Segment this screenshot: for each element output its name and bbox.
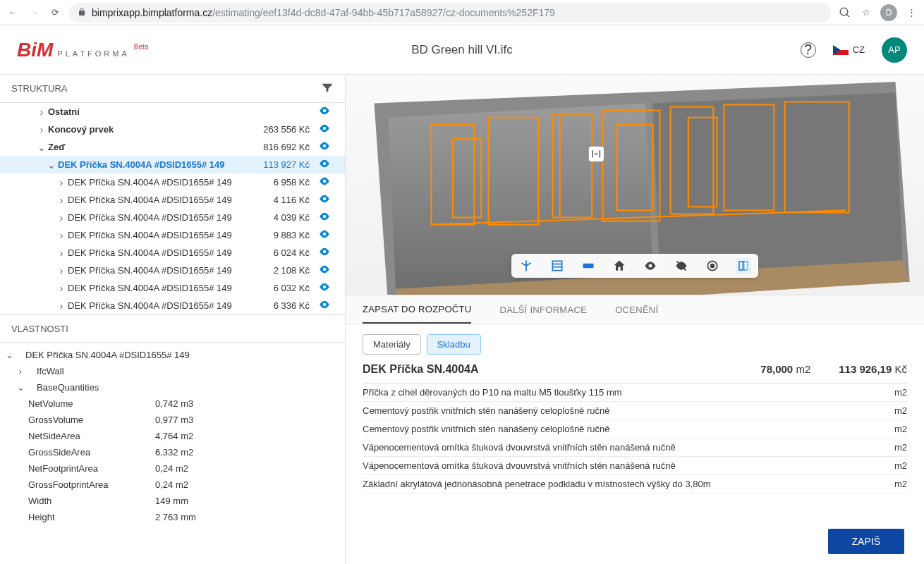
visibility-icon[interactable] xyxy=(317,281,332,295)
flag-icon xyxy=(833,45,849,55)
star-icon[interactable]: ☆ xyxy=(859,6,873,20)
tree-price: 6 032 Kč xyxy=(246,283,310,293)
tab-budget[interactable]: ZAPSAT DO ROZPOČTU xyxy=(363,295,471,324)
visibility-icon[interactable] xyxy=(317,228,332,243)
tree-label: Zeď xyxy=(48,142,246,152)
tree-row[interactable]: ›DEK Příčka SN.4004A #DSID1655# 1499 883… xyxy=(0,226,345,244)
visibility-icon[interactable] xyxy=(317,140,332,154)
tab-pricing[interactable]: OCENĚNÍ xyxy=(615,295,658,324)
property-row: GrossVolume0,977 m3 xyxy=(0,412,345,428)
browser-avatar[interactable]: D xyxy=(880,4,897,21)
language-select[interactable]: CZ xyxy=(833,44,865,55)
tree-row[interactable]: ›DEK Příčka SN.4004A #DSID1655# 1494 116… xyxy=(0,191,345,209)
lock-icon xyxy=(78,7,86,18)
reload-icon[interactable]: ⟳ xyxy=(48,6,62,20)
prop-label: GrossVolume xyxy=(28,415,155,425)
tree-row[interactable]: ›DEK Příčka SN.4004A #DSID1655# 1496 024… xyxy=(0,244,345,262)
chevron-icon: › xyxy=(55,247,68,259)
item-row[interactable]: Cementový postřik vnitřních stěn nanášen… xyxy=(363,402,907,420)
eye-icon[interactable] xyxy=(643,258,658,274)
prop-group-baseq[interactable]: ⌄ BaseQuantities xyxy=(0,379,345,396)
visibility-icon[interactable] xyxy=(317,104,332,119)
tree-price: 263 556 Kč xyxy=(246,124,310,135)
prop-group-main[interactable]: ⌄ DEK Příčka SN.4004A #DSID1655# 149 xyxy=(0,347,345,363)
visibility-icon[interactable] xyxy=(317,175,332,190)
visibility-icon[interactable] xyxy=(317,157,332,172)
section-icon[interactable] xyxy=(736,258,751,274)
item-row[interactable]: Cementový postřik vnitřních stěn nanášen… xyxy=(363,420,907,439)
tree-label: DEK Příčka SN.4004A #DSID1655# 149 xyxy=(68,300,246,311)
user-avatar[interactable]: AP xyxy=(882,37,907,63)
tab-info[interactable]: DALŠÍ INFORMACE xyxy=(499,295,587,324)
home-icon[interactable] xyxy=(612,258,627,274)
item-row[interactable]: Vápenocementová omítka štuková dvouvrstv… xyxy=(363,457,907,475)
eye-off-icon[interactable] xyxy=(674,258,689,274)
axis-icon[interactable] xyxy=(518,258,534,274)
prop-value: 4,764 m2 xyxy=(155,431,193,441)
chevron-icon: › xyxy=(55,300,68,312)
prop-label: Width xyxy=(28,496,155,506)
save-button[interactable]: ZAPIŠ xyxy=(828,529,904,554)
tree-row[interactable]: ›DEK Příčka SN.4004A #DSID1655# 1494 039… xyxy=(0,209,345,226)
item-row[interactable]: Základní akrylátová jednonásobná penetra… xyxy=(363,475,907,494)
target-icon[interactable] xyxy=(705,258,720,274)
logo[interactable]: BiM PLATFORMA Beta xyxy=(17,39,148,61)
composition-button[interactable]: Skladbu xyxy=(427,334,481,355)
properties-header: VLASTNOSTI xyxy=(0,314,345,343)
svg-point-27 xyxy=(711,264,715,268)
help-icon[interactable]: ? xyxy=(801,42,816,58)
tree-price: 2 108 Kč xyxy=(246,265,310,276)
measure-icon[interactable] xyxy=(580,258,596,274)
tree-row[interactable]: ⌄Zeď816 692 Kč xyxy=(0,138,345,156)
tree-row[interactable]: ›Koncový prvek263 556 Kč xyxy=(0,121,345,138)
svg-rect-28 xyxy=(739,262,743,270)
item-row[interactable]: Příčka z cihel děrovaných do P10 na malt… xyxy=(363,384,907,402)
tree-label: Koncový prvek xyxy=(48,124,246,135)
tree-row[interactable]: ›Ostatní xyxy=(0,103,345,121)
tree-label: DEK Příčka SN.4004A #DSID1655# 149 xyxy=(68,230,246,240)
tree-price: 6 024 Kč xyxy=(246,247,310,258)
prop-group-ifc[interactable]: › IfcWall xyxy=(0,363,345,379)
item-row[interactable]: Vápenocementová omítka štuková dvouvrstv… xyxy=(363,439,907,457)
tree-price: 816 692 Kč xyxy=(246,142,310,152)
tree-row[interactable]: ›DEK Příčka SN.4004A #DSID1655# 1496 958… xyxy=(0,173,345,191)
svg-line-1 xyxy=(846,14,849,17)
list-icon[interactable] xyxy=(549,258,565,274)
filter-icon[interactable] xyxy=(321,81,334,96)
visibility-icon[interactable] xyxy=(317,298,332,313)
visibility-icon[interactable] xyxy=(317,122,332,137)
item-unit: m2 xyxy=(879,405,907,416)
materials-button[interactable]: Materiály xyxy=(363,334,421,355)
tree-row[interactable]: ⌄DEK Příčka SN.4004A #DSID1655# 149113 9… xyxy=(0,156,345,173)
detail-tabs: ZAPSAT DO ROZPOČTU DALŠÍ INFORMACE OCENĚ… xyxy=(346,295,924,324)
property-row: Height2 763 mm xyxy=(0,509,345,525)
prop-label: GrossFootprintArea xyxy=(28,479,155,490)
tree-row[interactable]: ›DEK Příčka SN.4004A #DSID1655# 1496 336… xyxy=(0,297,345,314)
url-bar[interactable]: bimprixapp.bimplatforma.cz/estimating/ee… xyxy=(69,3,831,23)
tree-price: 4 039 Kč xyxy=(246,212,310,223)
visibility-icon[interactable] xyxy=(317,245,332,260)
chevron-icon: › xyxy=(35,124,48,135)
chevron-icon: › xyxy=(55,265,68,276)
3d-viewer[interactable] xyxy=(346,75,924,295)
item-unit: m2 xyxy=(879,460,907,471)
item-desc: Cementový postřik vnitřních stěn nanášen… xyxy=(363,424,879,434)
tree-row[interactable]: ›DEK Příčka SN.4004A #DSID1655# 1496 032… xyxy=(0,279,345,297)
browser-toolbar: ← → ⟳ bimprixapp.bimplatforma.cz/estimat… xyxy=(0,0,924,25)
chevron-right-icon: › xyxy=(11,366,30,376)
structure-tree[interactable]: ›Ostatní›Koncový prvek263 556 Kč⌄Zeď816 … xyxy=(0,103,345,314)
menu-icon[interactable]: ⋮ xyxy=(904,6,918,20)
forward-icon[interactable]: → xyxy=(27,6,41,20)
visibility-icon[interactable] xyxy=(317,210,332,225)
prop-value: 0,24 m2 xyxy=(155,463,188,474)
prop-label: Height xyxy=(28,512,155,522)
zoom-icon[interactable] xyxy=(838,6,852,20)
prop-label: NetVolume xyxy=(28,398,155,409)
back-icon[interactable]: ← xyxy=(6,6,20,20)
item-desc: Cementový postřik vnitřních stěn nanášen… xyxy=(363,405,879,416)
url-text: bimprixapp.bimplatforma.cz/estimating/ee… xyxy=(92,7,555,18)
visibility-icon[interactable] xyxy=(317,263,332,278)
visibility-icon[interactable] xyxy=(317,192,332,207)
tree-row[interactable]: ›DEK Příčka SN.4004A #DSID1655# 1492 108… xyxy=(0,262,345,279)
svg-rect-24 xyxy=(583,264,594,269)
